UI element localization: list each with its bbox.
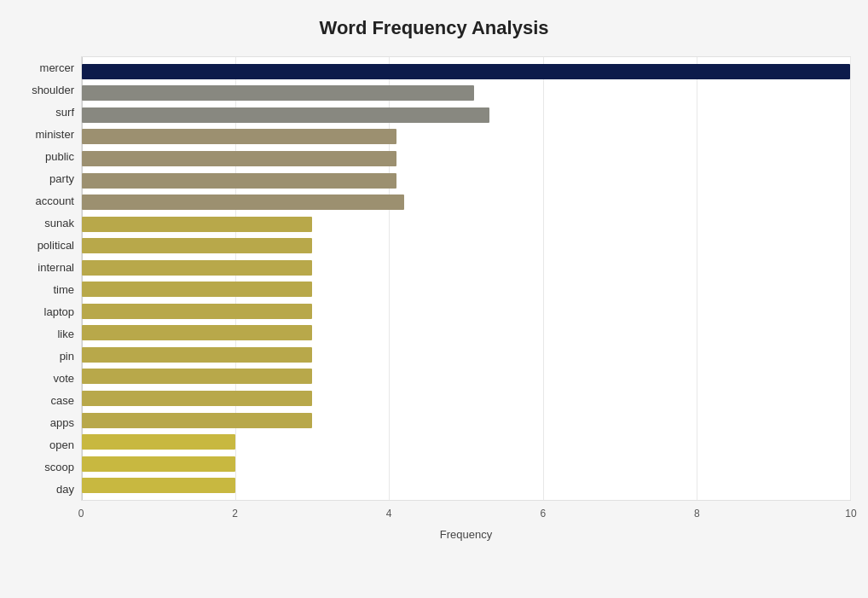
bar-row: [82, 258, 850, 277]
bar: [82, 217, 312, 232]
bar: [82, 129, 396, 144]
x-axis-section: 0246810 Frequency: [17, 502, 851, 541]
bar-row: [82, 215, 850, 234]
chart-area: mercershouldersurfministerpublicpartyacc…: [17, 56, 851, 501]
bar-row: [82, 323, 850, 342]
bar-row: [82, 149, 850, 168]
bar: [82, 391, 312, 406]
bar: [82, 64, 850, 79]
y-label: day: [17, 484, 74, 495]
bar: [82, 347, 312, 363]
y-label: apps: [17, 417, 74, 428]
bar-row: [82, 62, 850, 81]
bar: [82, 282, 312, 297]
bar: [82, 369, 312, 384]
bar-row: [82, 171, 850, 190]
bar: [82, 478, 235, 493]
x-tick-label: 8: [688, 508, 705, 520]
bar: [82, 107, 489, 123]
bar-row: [82, 411, 850, 430]
y-label: pin: [17, 351, 74, 362]
bar-row: [82, 476, 850, 495]
y-label: open: [17, 439, 74, 450]
bar-row: [82, 367, 850, 386]
bar: [82, 238, 312, 253]
y-label: case: [17, 395, 74, 406]
bar: [82, 304, 312, 319]
bar: [82, 85, 474, 101]
y-label: shoulder: [17, 84, 74, 96]
bar: [82, 434, 235, 450]
bar-row: [82, 236, 850, 255]
y-label: vote: [17, 373, 74, 384]
y-label: mercer: [17, 62, 74, 73]
chart-title: Word Frequency Analysis: [17, 9, 851, 56]
bar-row: [82, 280, 850, 299]
y-label: minister: [17, 129, 74, 140]
bar: [82, 151, 396, 166]
bar: [82, 325, 312, 340]
y-label: sunak: [17, 218, 74, 229]
grid-line: [850, 57, 851, 500]
x-axis-labels: 0246810: [81, 508, 851, 525]
bar-row: [82, 389, 850, 408]
bar: [82, 260, 312, 276]
bars-container: [82, 57, 850, 500]
bar-row: [82, 127, 850, 146]
bar-row: [82, 433, 850, 451]
y-label: scoop: [17, 462, 74, 473]
x-tick-label: 0: [72, 508, 90, 520]
bar: [82, 413, 312, 428]
y-label: surf: [17, 107, 74, 118]
bar-row: [82, 302, 850, 321]
bar: [82, 456, 235, 472]
plot-area: [81, 56, 851, 501]
bar: [82, 194, 404, 210]
bar-row: [82, 345, 850, 364]
y-label: time: [17, 284, 74, 295]
bar-row: [82, 193, 850, 212]
x-tick-label: 6: [535, 508, 552, 520]
y-label: like: [17, 328, 74, 340]
y-label: laptop: [17, 306, 74, 317]
y-label: public: [17, 151, 74, 162]
y-label: account: [17, 195, 74, 206]
bar-row: [82, 455, 850, 473]
y-label: political: [17, 240, 74, 251]
x-axis-title: Frequency: [81, 528, 851, 541]
bar: [82, 173, 396, 189]
x-tick-label: 2: [227, 508, 244, 520]
y-axis: mercershouldersurfministerpublicpartyacc…: [17, 56, 81, 501]
chart-container: Word Frequency Analysis mercershouldersu…: [0, 0, 868, 598]
bar-row: [82, 106, 850, 125]
x-tick-label: 4: [380, 508, 397, 520]
y-label: party: [17, 173, 74, 184]
bar-row: [82, 84, 850, 102]
x-tick-label: 10: [842, 508, 859, 520]
y-label: internal: [17, 262, 74, 273]
